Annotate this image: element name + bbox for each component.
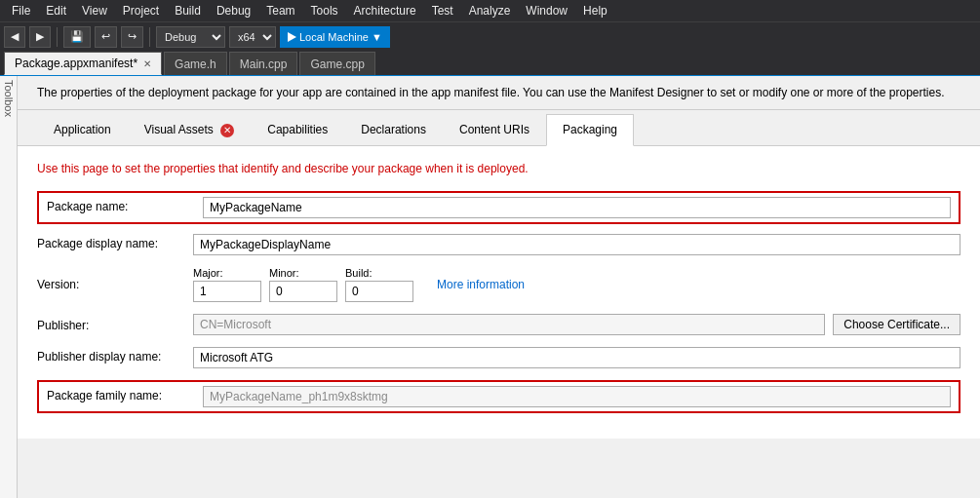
run-label: Local Machine xyxy=(299,31,369,43)
tab-manifest[interactable]: Package.appxmanifest* ✕ xyxy=(4,52,162,75)
version-row: Version: Major: Minor: Build: More infor xyxy=(37,267,960,302)
content-panel: The properties of the deployment package… xyxy=(18,76,980,498)
package-name-label: Package name: xyxy=(47,197,203,213)
version-build-group: Build: xyxy=(345,267,413,302)
package-family-name-field-row: Package family name: xyxy=(47,386,951,407)
pkg-tab-application[interactable]: Application xyxy=(37,114,128,146)
pkg-tabs: Application Visual Assets ✕ Capabilities… xyxy=(18,114,980,146)
pkg-tab-capabilities[interactable]: Capabilities xyxy=(251,114,344,146)
play-icon xyxy=(288,32,296,42)
minor-label: Minor: xyxy=(269,267,337,279)
package-family-name-row: Package family name: xyxy=(37,380,960,413)
toolbox-label: Toolbox xyxy=(3,80,15,117)
toolbox-strip[interactable]: Toolbox xyxy=(0,76,18,498)
back-button[interactable]: ◀ xyxy=(4,26,25,48)
publisher-label: Publisher: xyxy=(37,316,193,332)
menu-debug[interactable]: Debug xyxy=(209,2,258,19)
version-major-input[interactable] xyxy=(193,281,261,302)
menu-architecture[interactable]: Architecture xyxy=(346,2,424,19)
publisher-display-row: Publisher display name: xyxy=(37,347,960,368)
package-display-name-input[interactable] xyxy=(193,234,960,255)
menu-project[interactable]: Project xyxy=(115,2,167,19)
toolbar-divider-1 xyxy=(57,27,58,47)
tab-maincpp-label: Main.cpp xyxy=(240,57,288,71)
package-family-name-label: Package family name: xyxy=(47,386,203,402)
pkg-tab-packaging-label: Packaging xyxy=(563,123,617,136)
pkg-tab-application-label: Application xyxy=(54,123,111,136)
toolbar-divider-2 xyxy=(149,27,150,47)
pkg-tab-packaging[interactable]: Packaging xyxy=(546,114,634,146)
toolbar: ◀ ▶ 💾 ↩ ↪ Debug Release x64 x86 Local Ma… xyxy=(0,21,980,51)
redo-button[interactable]: ↪ xyxy=(121,26,143,48)
pkg-tab-content-uris-label: Content URIs xyxy=(459,123,529,136)
form-description: Use this page to set the properties that… xyxy=(37,162,960,175)
tab-gameh[interactable]: Game.h xyxy=(164,52,227,75)
main-area: Toolbox The properties of the deployment… xyxy=(0,76,980,498)
version-fields: Major: Minor: Build: More information xyxy=(193,267,525,302)
run-dropdown-icon: ▼ xyxy=(372,31,382,43)
info-banner: The properties of the deployment package… xyxy=(18,76,980,110)
pkg-tab-declarations-label: Declarations xyxy=(361,123,426,136)
menu-view[interactable]: View xyxy=(74,2,115,19)
info-banner-text: The properties of the deployment package… xyxy=(37,86,945,99)
tab-gamecpp-label: Game.cpp xyxy=(310,57,364,71)
package-display-name-label: Package display name: xyxy=(37,234,193,250)
tab-manifest-close[interactable]: ✕ xyxy=(143,58,151,69)
form-area: Use this page to set the properties that… xyxy=(18,146,980,439)
tab-maincpp[interactable]: Main.cpp xyxy=(229,52,298,75)
visual-assets-badge: ✕ xyxy=(220,124,234,137)
menu-help[interactable]: Help xyxy=(575,2,615,19)
debug-select[interactable]: Debug Release xyxy=(156,26,225,48)
package-name-field-row: Package name: xyxy=(47,197,951,218)
choose-cert-button[interactable]: Choose Certificate... xyxy=(833,314,960,335)
menu-window[interactable]: Window xyxy=(518,2,575,19)
publisher-display-label: Publisher display name: xyxy=(37,347,193,364)
menubar: File Edit View Project Build Debug Team … xyxy=(0,0,980,21)
pkg-tab-capabilities-label: Capabilities xyxy=(267,123,328,136)
tab-manifest-label: Package.appxmanifest* xyxy=(15,57,137,70)
menu-team[interactable]: Team xyxy=(258,2,302,19)
package-name-input[interactable] xyxy=(203,197,951,218)
undo-button[interactable]: ↩ xyxy=(95,26,117,48)
menu-analyze[interactable]: Analyze xyxy=(461,2,519,19)
pkg-tab-visual-assets-label: Visual Assets xyxy=(144,123,214,136)
publisher-input xyxy=(193,314,825,335)
version-label: Version: xyxy=(37,278,193,291)
version-build-input[interactable] xyxy=(345,281,413,302)
menu-tools[interactable]: Tools xyxy=(303,2,346,19)
tab-gamecpp[interactable]: Game.cpp xyxy=(299,52,374,75)
package-family-name-input xyxy=(203,386,951,407)
forward-button[interactable]: ▶ xyxy=(29,26,51,48)
major-label: Major: xyxy=(193,267,261,279)
publisher-display-input[interactable] xyxy=(193,347,960,368)
publisher-row: Publisher: Choose Certificate... xyxy=(37,314,960,335)
version-minor-input[interactable] xyxy=(269,281,337,302)
tabs-row: Package.appxmanifest* ✕ Game.h Main.cpp … xyxy=(0,51,980,76)
menu-edit[interactable]: Edit xyxy=(38,2,74,19)
run-button[interactable]: Local Machine ▼ xyxy=(280,26,390,48)
save-button[interactable]: 💾 xyxy=(63,26,91,48)
package-name-row: Package name: xyxy=(37,191,960,224)
menu-file[interactable]: File xyxy=(4,2,38,19)
version-minor-group: Minor: xyxy=(269,267,337,302)
platform-select[interactable]: x64 x86 xyxy=(229,26,276,48)
build-label: Build: xyxy=(345,267,413,279)
menu-build[interactable]: Build xyxy=(167,2,209,19)
tab-gameh-label: Game.h xyxy=(175,57,216,71)
pkg-tab-content-uris[interactable]: Content URIs xyxy=(443,114,546,146)
pkg-tab-declarations[interactable]: Declarations xyxy=(344,114,443,146)
menu-test[interactable]: Test xyxy=(424,2,461,19)
more-info-link[interactable]: More information xyxy=(437,278,525,291)
package-display-name-row: Package display name: xyxy=(37,234,960,255)
version-major-group: Major: xyxy=(193,267,261,302)
pkg-tab-visual-assets[interactable]: Visual Assets ✕ xyxy=(128,114,252,146)
